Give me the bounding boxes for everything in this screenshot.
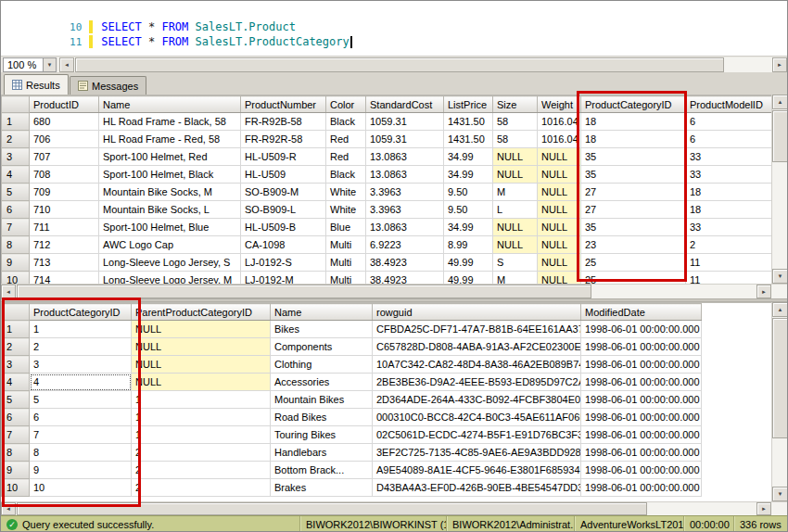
grid-cell[interactable]: Red xyxy=(326,148,366,166)
grid-cell[interactable]: 707 xyxy=(30,148,99,166)
grid-cell[interactable]: D43BA4A3-EF0D-426B-90EB-4BE54547DD30C xyxy=(373,479,581,497)
grid-cell[interactable]: HL Road Frame - Red, 58 xyxy=(99,131,241,148)
row-header[interactable]: 10 xyxy=(2,479,30,497)
grid-corner-cell[interactable] xyxy=(2,304,30,321)
grid-cell[interactable]: 10A7C342-CA82-48D4-8A38-46A2EB089B74 xyxy=(373,356,581,374)
column-header-parentproductcategoryid[interactable]: ParentProductCategoryID xyxy=(132,304,271,321)
grid-corner-cell[interactable] xyxy=(2,96,30,113)
row-header[interactable]: 8 xyxy=(2,444,30,462)
grid-cell[interactable]: 2D364ADE-264A-433C-B092-4FCBF3804E01 xyxy=(373,391,581,409)
grid-cell[interactable]: Mountain Bike Socks, L xyxy=(99,201,241,219)
row-header[interactable]: 4 xyxy=(2,374,30,391)
grid-cell[interactable]: NULL xyxy=(538,166,581,184)
grid-cell[interactable]: 49.99 xyxy=(444,272,493,285)
row-header[interactable]: 5 xyxy=(2,391,30,409)
grid-cell[interactable]: 3.3963 xyxy=(366,184,444,201)
grid-cell[interactable]: 708 xyxy=(30,166,99,184)
scroll-down-button[interactable]: ▼ xyxy=(772,487,788,501)
row-header[interactable]: 9 xyxy=(2,254,30,272)
scroll-right-button[interactable]: ► xyxy=(772,57,787,72)
grid1-hscroll-thumb[interactable] xyxy=(17,285,591,298)
tab-messages[interactable]: Messages xyxy=(70,76,146,95)
grid-cell[interactable]: 1998-06-01 00:00:00.000 xyxy=(581,409,702,426)
grid-cell[interactable]: Brakes xyxy=(271,479,373,497)
grid-cell[interactable]: 1431.50 xyxy=(444,113,493,131)
column-header-listprice[interactable]: ListPrice xyxy=(444,96,493,113)
grid-cell[interactable]: NULL xyxy=(132,374,271,391)
row-header[interactable]: 6 xyxy=(2,201,30,219)
grid-cell[interactable]: Black xyxy=(326,166,366,184)
grid-cell[interactable]: NULL xyxy=(493,166,538,184)
grid-cell[interactable]: NULL xyxy=(538,254,581,272)
scroll-up-button[interactable]: ▲ xyxy=(772,302,788,317)
grid-cell[interactable]: 1 xyxy=(132,391,271,409)
grid-cell[interactable]: 1998-06-01 00:00:00.000 xyxy=(581,356,702,374)
row-header[interactable]: 3 xyxy=(2,356,30,374)
grid-cell[interactable]: 5 xyxy=(30,391,132,409)
grid-cell[interactable]: HL Road Frame - Black, 58 xyxy=(99,113,241,131)
grid-cell[interactable]: Sport-100 Helmet, Blue xyxy=(99,219,241,236)
grid-cell[interactable]: 13.0863 xyxy=(366,219,444,236)
grid-cell[interactable]: 18 xyxy=(686,201,774,219)
grid-cell[interactable]: 33 xyxy=(686,148,774,166)
grid-cell[interactable]: HL-U509-R xyxy=(241,148,326,166)
grid-cell[interactable]: NULL xyxy=(132,321,271,338)
grid-cell[interactable]: 1059.31 xyxy=(366,113,444,131)
grid-cell[interactable]: 2BE3BE36-D9A2-4EEE-B593-ED895D97C2A6 xyxy=(373,374,581,391)
grid-cell[interactable]: NULL xyxy=(493,236,538,254)
scroll-up-button[interactable]: ▲ xyxy=(772,95,788,109)
grid-cell[interactable]: 1 xyxy=(132,409,271,426)
grid2-hscroll-thumb[interactable] xyxy=(17,502,647,515)
grid-cell[interactable]: Multi xyxy=(326,254,366,272)
column-header-size[interactable]: Size xyxy=(493,96,538,113)
grid-cell[interactable]: 2 xyxy=(30,338,132,356)
grid-cell[interactable]: Multi xyxy=(326,236,366,254)
chevron-down-icon[interactable]: ▼ xyxy=(43,58,56,71)
column-header-weight[interactable]: Weight xyxy=(538,96,581,113)
row-header[interactable]: 1 xyxy=(2,321,30,338)
grid-cell[interactable]: 714 xyxy=(30,272,99,285)
grid-cell[interactable]: Black xyxy=(326,113,366,131)
grid-cell[interactable]: 3 xyxy=(30,356,132,374)
grid-cell[interactable]: Bottom Brack... xyxy=(271,462,373,479)
grid-cell[interactable]: 3.3963 xyxy=(366,201,444,219)
grid-cell[interactable]: 7 xyxy=(30,426,132,444)
scroll-left-button[interactable]: ◄ xyxy=(1,285,16,298)
scroll-right-button[interactable]: ► xyxy=(756,285,771,298)
column-header-color[interactable]: Color xyxy=(326,96,366,113)
grid-cell[interactable]: 712 xyxy=(30,236,99,254)
grid-cell[interactable]: 2 xyxy=(132,462,271,479)
grid-cell[interactable]: 23 xyxy=(581,236,686,254)
grid-cell[interactable]: Red xyxy=(326,131,366,148)
column-header-productmodelid[interactable]: ProductModelID xyxy=(686,96,774,113)
grid-cell[interactable]: 2 xyxy=(686,236,774,254)
grid-cell[interactable]: FR-R92B-58 xyxy=(241,113,326,131)
grid-cell[interactable]: NULL xyxy=(538,236,581,254)
grid-cell[interactable]: 35 xyxy=(581,166,686,184)
grid2-vscroll-thumb[interactable] xyxy=(772,318,788,438)
grid-cell[interactable]: 680 xyxy=(30,113,99,131)
grid-cell[interactable]: NULL xyxy=(538,272,581,285)
grid1-hscrollbar[interactable]: ◄ ► xyxy=(1,284,787,298)
column-header-productnumber[interactable]: ProductNumber xyxy=(241,96,326,113)
column-header-productid[interactable]: ProductID xyxy=(30,96,99,113)
grid-cell[interactable]: Bikes xyxy=(271,321,373,338)
grid-cell[interactable]: HL-U509-B xyxy=(241,219,326,236)
grid-cell[interactable]: 9.50 xyxy=(444,201,493,219)
grid-cell[interactable]: Accessories xyxy=(271,374,373,391)
grid-cell[interactable]: M xyxy=(493,272,538,285)
grid-cell[interactable]: C657828D-D808-4ABA-91A3-AF2CE02300E9 xyxy=(373,338,581,356)
grid-cell[interactable]: NULL xyxy=(538,184,581,201)
grid-cell[interactable]: 1998-06-01 00:00:00.000 xyxy=(581,462,702,479)
grid-cell[interactable]: 27 xyxy=(581,184,686,201)
grid-cell[interactable]: White xyxy=(326,184,366,201)
row-header[interactable]: 4 xyxy=(2,166,30,184)
column-header-name[interactable]: Name xyxy=(271,304,373,321)
grid-cell[interactable]: 2 xyxy=(132,479,271,497)
grid-cell[interactable]: 1016.04 xyxy=(538,131,581,148)
sql-editor[interactable]: 10SELECT * FROM SalesLT.Product 11SELECT… xyxy=(1,1,787,56)
grid-cell[interactable]: NULL xyxy=(132,356,271,374)
scroll-left-button[interactable]: ◄ xyxy=(1,502,16,515)
grid-cell[interactable]: 710 xyxy=(30,201,99,219)
grid-cell[interactable]: 38.4923 xyxy=(366,254,444,272)
